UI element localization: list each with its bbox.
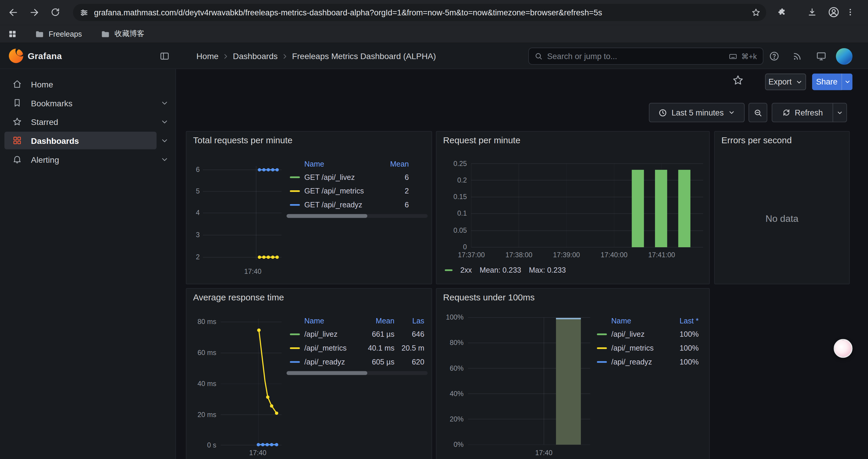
bookmark-item-blogs[interactable]: 收藏博客 [96, 27, 149, 41]
bookmark-star-icon[interactable] [751, 8, 761, 17]
favorite-dashboard-star-icon[interactable] [732, 74, 744, 86]
time-range-picker[interactable]: Last 5 minutes [649, 103, 745, 122]
sidebar-item-alerting[interactable]: Alerting [0, 150, 176, 169]
chevron-down-icon[interactable] [160, 99, 169, 107]
sidebar-item-starred[interactable]: Starred [0, 112, 176, 131]
y-tick: 0.05 [439, 227, 467, 234]
legend-inline[interactable]: 2xx Mean: 0.233 Max: 0.233 [445, 266, 566, 274]
browser-menu-icon[interactable] [843, 3, 858, 22]
browser-back-button[interactable] [3, 3, 22, 22]
legend-col-name[interactable]: Name [304, 160, 373, 168]
browser-forward-button[interactable] [25, 3, 44, 22]
series-mean: 40.1 ms [361, 344, 395, 352]
breadcrumb-home[interactable]: Home [196, 52, 219, 61]
series-mean: 6 [373, 201, 409, 209]
screen: Freeleaps 收藏博客 Grafana Home Dashboards F… [0, 0, 868, 459]
legend-col-name[interactable]: Name [304, 317, 361, 325]
legend-row[interactable]: GET /api/_livez 6 [286, 170, 428, 184]
scrollbar-thumb[interactable] [286, 371, 367, 375]
legend-col-last[interactable]: Las [395, 317, 424, 325]
panel-title[interactable]: Errors per second [721, 136, 792, 145]
legend-table: Name Mean GET /api/_livez 6 GET /api/_me… [286, 157, 428, 218]
sidebar-item-dashboards[interactable]: Dashboards [0, 131, 176, 150]
series-mean: 661 µs [361, 330, 395, 338]
url-input[interactable] [94, 8, 751, 17]
browser-reload-button[interactable] [46, 3, 65, 22]
sidebar-item-home[interactable]: Home [0, 75, 176, 94]
series-name: GET /api/_readyz [304, 201, 373, 209]
refresh-interval-dropdown[interactable] [833, 103, 847, 122]
sidebar-item-label: Starred [31, 117, 58, 126]
search-input[interactable] [547, 52, 728, 61]
apps-grid-icon[interactable] [8, 29, 17, 38]
grafana-header: Grafana Home Dashboards Freeleaps Metric… [0, 43, 868, 69]
series-color-swatch [597, 347, 607, 349]
chevron-down-icon[interactable] [160, 136, 169, 145]
grafana-logo-icon[interactable] [9, 49, 23, 63]
profile-avatar[interactable] [824, 3, 843, 22]
legend-col-mean[interactable]: Mean [361, 317, 395, 325]
x-tick: 17:40 [236, 268, 270, 275]
scrollbar-thumb[interactable] [286, 214, 367, 218]
x-tick: 17:40 [241, 449, 274, 457]
legend-row[interactable]: /api/_metrics 100% [593, 341, 704, 355]
chevron-down-icon[interactable] [160, 155, 169, 163]
news-rss-icon[interactable] [788, 43, 807, 69]
legend-table: Name Mean Las /api/_livez 661 µs 646 /ap… [286, 314, 428, 375]
chevron-right-icon [281, 52, 289, 60]
export-button[interactable]: Export [765, 73, 806, 90]
share-dropdown-button[interactable] [841, 73, 852, 90]
search-shortcut: ⌘+k [741, 52, 757, 61]
sidebar-item-bookmarks[interactable]: Bookmarks [0, 93, 176, 112]
search-box[interactable]: ⌘+k [528, 47, 764, 65]
help-icon[interactable] [765, 43, 783, 69]
chart-request-per-min[interactable] [436, 132, 710, 285]
y-tick: 0.1 [439, 210, 467, 218]
user-avatar[interactable] [836, 48, 852, 64]
legend-col-last[interactable]: Last * [665, 317, 699, 325]
chevron-down-icon[interactable] [160, 118, 169, 126]
legend-row[interactable]: /api/_livez 100% [593, 328, 704, 341]
legend-row[interactable]: /api/_readyz 605 µs 620 [286, 355, 428, 369]
series-name: /api/_livez [611, 330, 665, 338]
dock-sidebar-icon[interactable] [159, 51, 170, 61]
share-button[interactable]: Share [812, 73, 841, 90]
series-name[interactable]: 2xx [460, 266, 472, 274]
grafana-brand: Grafana [28, 43, 62, 69]
bookmark-item-freeleaps[interactable]: Freeleaps [30, 27, 86, 41]
legend-row[interactable]: GET /api/_readyz 6 [286, 198, 428, 212]
sidebar-nav: Home Bookmarks Starred [0, 69, 176, 459]
legend-scrollbar[interactable] [286, 214, 428, 218]
legend-row[interactable]: GET /api/_metrics 2 [286, 184, 428, 198]
panel-errors-per-second: Errors per second No data [714, 131, 850, 285]
extensions-icon[interactable] [772, 3, 791, 22]
legend-table: Name Last * /api/_livez 100% /api/_metri… [593, 314, 704, 369]
chevron-right-icon [222, 52, 229, 60]
refresh-label: Refresh [795, 108, 823, 117]
legend-scrollbar[interactable] [286, 371, 428, 375]
site-info-icon[interactable] [80, 8, 89, 17]
legend-row[interactable]: /api/_livez 661 µs 646 [286, 328, 428, 341]
y-tick: 20% [436, 415, 464, 423]
x-tick: 17:41:00 [639, 251, 685, 259]
y-tick: 40% [436, 390, 464, 398]
legend-col-mean[interactable]: Mean [373, 160, 409, 168]
series-last: 20.5 m [395, 344, 424, 352]
address-bar[interactable] [73, 4, 766, 21]
downloads-icon[interactable] [803, 3, 822, 22]
floating-avatar-bubble[interactable] [834, 339, 852, 358]
refresh-button[interactable]: Refresh [772, 103, 833, 122]
series-max: Max: 0.233 [529, 266, 566, 274]
legend-row[interactable]: /api/_metrics 40.1 ms 20.5 m [286, 341, 428, 355]
monitor-icon[interactable] [812, 43, 831, 69]
share-button-group: Share [812, 73, 852, 90]
share-label: Share [816, 77, 837, 86]
legend-col-name[interactable]: Name [611, 317, 665, 325]
breadcrumb-dashboards[interactable]: Dashboards [233, 52, 277, 61]
legend-row[interactable]: /api/_readyz 100% [593, 355, 704, 369]
series-name: GET /api/_livez [304, 173, 373, 182]
zoom-out-button[interactable] [748, 103, 767, 122]
series-name: /api/_metrics [611, 344, 665, 352]
y-tick: 40 ms [186, 380, 216, 388]
folder-icon [101, 29, 110, 38]
